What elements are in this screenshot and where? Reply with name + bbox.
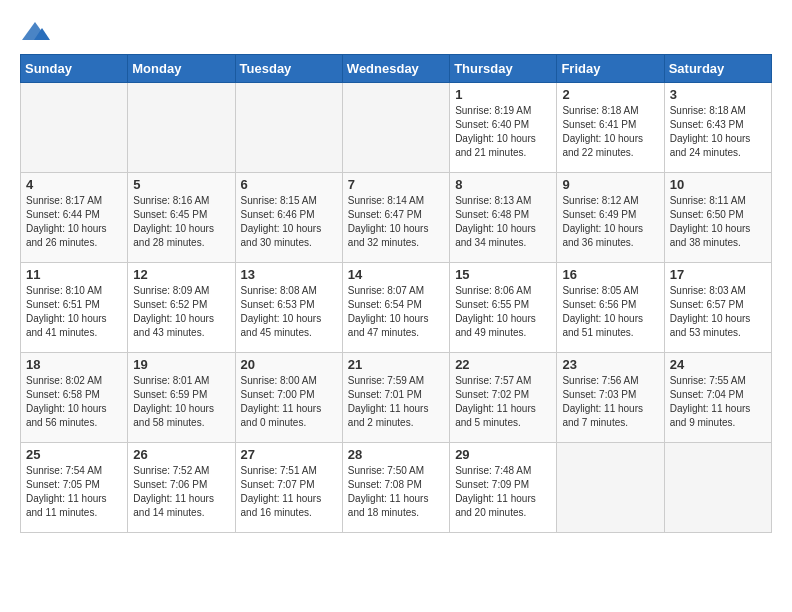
day-info: Sunrise: 8:03 AM Sunset: 6:57 PM Dayligh… — [670, 284, 766, 340]
day-number: 11 — [26, 267, 122, 282]
day-info: Sunrise: 7:54 AM Sunset: 7:05 PM Dayligh… — [26, 464, 122, 520]
weekday-header-wednesday: Wednesday — [342, 55, 449, 83]
day-number: 20 — [241, 357, 337, 372]
day-number: 18 — [26, 357, 122, 372]
calendar-cell — [557, 443, 664, 533]
weekday-header-row: SundayMondayTuesdayWednesdayThursdayFrid… — [21, 55, 772, 83]
day-number: 29 — [455, 447, 551, 462]
day-info: Sunrise: 7:59 AM Sunset: 7:01 PM Dayligh… — [348, 374, 444, 430]
day-number: 15 — [455, 267, 551, 282]
weekday-header-sunday: Sunday — [21, 55, 128, 83]
calendar-cell: 22Sunrise: 7:57 AM Sunset: 7:02 PM Dayli… — [450, 353, 557, 443]
day-number: 27 — [241, 447, 337, 462]
calendar-cell: 10Sunrise: 8:11 AM Sunset: 6:50 PM Dayli… — [664, 173, 771, 263]
calendar-cell: 12Sunrise: 8:09 AM Sunset: 6:52 PM Dayli… — [128, 263, 235, 353]
day-info: Sunrise: 7:56 AM Sunset: 7:03 PM Dayligh… — [562, 374, 658, 430]
day-number: 28 — [348, 447, 444, 462]
calendar-cell: 6Sunrise: 8:15 AM Sunset: 6:46 PM Daylig… — [235, 173, 342, 263]
day-info: Sunrise: 8:16 AM Sunset: 6:45 PM Dayligh… — [133, 194, 229, 250]
day-info: Sunrise: 7:57 AM Sunset: 7:02 PM Dayligh… — [455, 374, 551, 430]
calendar-table: SundayMondayTuesdayWednesdayThursdayFrid… — [20, 54, 772, 533]
day-info: Sunrise: 8:10 AM Sunset: 6:51 PM Dayligh… — [26, 284, 122, 340]
day-number: 17 — [670, 267, 766, 282]
calendar-cell: 15Sunrise: 8:06 AM Sunset: 6:55 PM Dayli… — [450, 263, 557, 353]
calendar-cell: 27Sunrise: 7:51 AM Sunset: 7:07 PM Dayli… — [235, 443, 342, 533]
day-number: 26 — [133, 447, 229, 462]
logo-icon — [20, 20, 50, 44]
day-number: 25 — [26, 447, 122, 462]
day-info: Sunrise: 8:08 AM Sunset: 6:53 PM Dayligh… — [241, 284, 337, 340]
calendar-cell — [21, 83, 128, 173]
day-info: Sunrise: 7:50 AM Sunset: 7:08 PM Dayligh… — [348, 464, 444, 520]
calendar-cell: 13Sunrise: 8:08 AM Sunset: 6:53 PM Dayli… — [235, 263, 342, 353]
week-row-4: 18Sunrise: 8:02 AM Sunset: 6:58 PM Dayli… — [21, 353, 772, 443]
day-number: 13 — [241, 267, 337, 282]
day-info: Sunrise: 8:06 AM Sunset: 6:55 PM Dayligh… — [455, 284, 551, 340]
calendar-cell: 17Sunrise: 8:03 AM Sunset: 6:57 PM Dayli… — [664, 263, 771, 353]
day-number: 9 — [562, 177, 658, 192]
calendar-cell: 9Sunrise: 8:12 AM Sunset: 6:49 PM Daylig… — [557, 173, 664, 263]
day-number: 8 — [455, 177, 551, 192]
day-number: 24 — [670, 357, 766, 372]
day-info: Sunrise: 8:15 AM Sunset: 6:46 PM Dayligh… — [241, 194, 337, 250]
calendar-cell: 7Sunrise: 8:14 AM Sunset: 6:47 PM Daylig… — [342, 173, 449, 263]
day-info: Sunrise: 8:19 AM Sunset: 6:40 PM Dayligh… — [455, 104, 551, 160]
day-number: 23 — [562, 357, 658, 372]
day-number: 19 — [133, 357, 229, 372]
calendar-cell: 5Sunrise: 8:16 AM Sunset: 6:45 PM Daylig… — [128, 173, 235, 263]
calendar-cell: 8Sunrise: 8:13 AM Sunset: 6:48 PM Daylig… — [450, 173, 557, 263]
week-row-5: 25Sunrise: 7:54 AM Sunset: 7:05 PM Dayli… — [21, 443, 772, 533]
header — [20, 20, 772, 44]
day-info: Sunrise: 8:00 AM Sunset: 7:00 PM Dayligh… — [241, 374, 337, 430]
weekday-header-friday: Friday — [557, 55, 664, 83]
day-info: Sunrise: 8:05 AM Sunset: 6:56 PM Dayligh… — [562, 284, 658, 340]
day-number: 4 — [26, 177, 122, 192]
day-number: 16 — [562, 267, 658, 282]
day-number: 2 — [562, 87, 658, 102]
weekday-header-tuesday: Tuesday — [235, 55, 342, 83]
week-row-3: 11Sunrise: 8:10 AM Sunset: 6:51 PM Dayli… — [21, 263, 772, 353]
day-number: 10 — [670, 177, 766, 192]
calendar-cell: 23Sunrise: 7:56 AM Sunset: 7:03 PM Dayli… — [557, 353, 664, 443]
calendar-cell — [342, 83, 449, 173]
day-info: Sunrise: 7:52 AM Sunset: 7:06 PM Dayligh… — [133, 464, 229, 520]
day-info: Sunrise: 7:55 AM Sunset: 7:04 PM Dayligh… — [670, 374, 766, 430]
day-number: 7 — [348, 177, 444, 192]
day-info: Sunrise: 8:01 AM Sunset: 6:59 PM Dayligh… — [133, 374, 229, 430]
day-info: Sunrise: 8:11 AM Sunset: 6:50 PM Dayligh… — [670, 194, 766, 250]
day-info: Sunrise: 8:13 AM Sunset: 6:48 PM Dayligh… — [455, 194, 551, 250]
day-number: 12 — [133, 267, 229, 282]
day-info: Sunrise: 8:18 AM Sunset: 6:41 PM Dayligh… — [562, 104, 658, 160]
day-info: Sunrise: 8:17 AM Sunset: 6:44 PM Dayligh… — [26, 194, 122, 250]
day-number: 21 — [348, 357, 444, 372]
day-info: Sunrise: 7:48 AM Sunset: 7:09 PM Dayligh… — [455, 464, 551, 520]
week-row-1: 1Sunrise: 8:19 AM Sunset: 6:40 PM Daylig… — [21, 83, 772, 173]
calendar-cell — [128, 83, 235, 173]
calendar-cell: 1Sunrise: 8:19 AM Sunset: 6:40 PM Daylig… — [450, 83, 557, 173]
day-info: Sunrise: 8:18 AM Sunset: 6:43 PM Dayligh… — [670, 104, 766, 160]
weekday-header-monday: Monday — [128, 55, 235, 83]
day-info: Sunrise: 8:12 AM Sunset: 6:49 PM Dayligh… — [562, 194, 658, 250]
day-number: 6 — [241, 177, 337, 192]
day-number: 3 — [670, 87, 766, 102]
day-number: 14 — [348, 267, 444, 282]
calendar-cell: 11Sunrise: 8:10 AM Sunset: 6:51 PM Dayli… — [21, 263, 128, 353]
calendar-cell: 19Sunrise: 8:01 AM Sunset: 6:59 PM Dayli… — [128, 353, 235, 443]
calendar-cell: 14Sunrise: 8:07 AM Sunset: 6:54 PM Dayli… — [342, 263, 449, 353]
calendar-cell — [235, 83, 342, 173]
weekday-header-saturday: Saturday — [664, 55, 771, 83]
calendar-cell: 16Sunrise: 8:05 AM Sunset: 6:56 PM Dayli… — [557, 263, 664, 353]
calendar-cell: 18Sunrise: 8:02 AM Sunset: 6:58 PM Dayli… — [21, 353, 128, 443]
calendar-cell: 2Sunrise: 8:18 AM Sunset: 6:41 PM Daylig… — [557, 83, 664, 173]
day-info: Sunrise: 8:14 AM Sunset: 6:47 PM Dayligh… — [348, 194, 444, 250]
day-number: 5 — [133, 177, 229, 192]
calendar-cell: 21Sunrise: 7:59 AM Sunset: 7:01 PM Dayli… — [342, 353, 449, 443]
calendar-cell: 25Sunrise: 7:54 AM Sunset: 7:05 PM Dayli… — [21, 443, 128, 533]
day-number: 1 — [455, 87, 551, 102]
calendar-cell: 29Sunrise: 7:48 AM Sunset: 7:09 PM Dayli… — [450, 443, 557, 533]
calendar-cell: 3Sunrise: 8:18 AM Sunset: 6:43 PM Daylig… — [664, 83, 771, 173]
logo — [20, 20, 54, 44]
calendar-cell: 24Sunrise: 7:55 AM Sunset: 7:04 PM Dayli… — [664, 353, 771, 443]
day-info: Sunrise: 8:07 AM Sunset: 6:54 PM Dayligh… — [348, 284, 444, 340]
calendar-cell — [664, 443, 771, 533]
